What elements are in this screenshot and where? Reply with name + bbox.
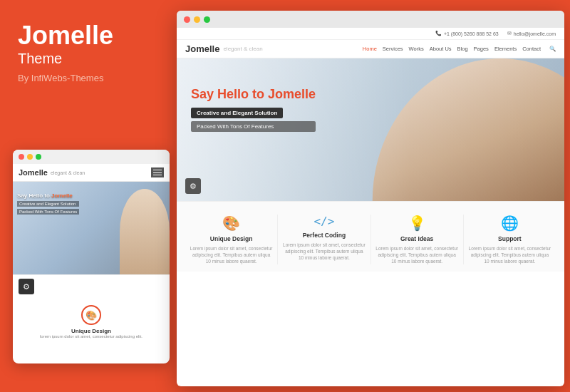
hero-title: Say Hello to Jomelle bbox=[191, 87, 316, 102]
site-hero: Say Hello to Jomelle Creative and Elegan… bbox=[177, 58, 564, 201]
desktop-dot-yellow bbox=[194, 16, 200, 23]
feature-name-0: Unique Design bbox=[190, 235, 273, 242]
mobile-hero-text: Say Hello to Jomelle Creative and Elegan… bbox=[17, 192, 79, 215]
feature-item-2: 💡Great IdeasLorem ipsum dolor sit amet, … bbox=[371, 215, 464, 264]
mobile-dot-yellow bbox=[27, 154, 33, 160]
brand-title: Jomelle bbox=[18, 21, 159, 50]
brand-by: By InfiWebs-Themes bbox=[18, 73, 159, 83]
feature-icon-2: 💡 bbox=[375, 215, 459, 232]
mobile-dot-red bbox=[19, 154, 24, 160]
mobile-hero-title: Say Hello to Jomelle bbox=[17, 192, 79, 199]
feature-item-0: 🎨Unique DesignLorem ipsum dolor sit amet… bbox=[185, 215, 278, 264]
topbar-phone: 📞 +1 (800) 5260 888 52 63 bbox=[435, 31, 499, 36]
brand-subtitle: Theme bbox=[18, 50, 159, 67]
mobile-dot-green bbox=[36, 154, 41, 160]
feature-icon-1: </> bbox=[282, 215, 366, 228]
hero-content: Say Hello to Jomelle Creative and Elegan… bbox=[191, 87, 316, 132]
desktop-dot-green bbox=[204, 16, 210, 23]
mobile-gear-icon[interactable]: ⚙ bbox=[19, 279, 34, 294]
site-logo: Jomelle bbox=[185, 43, 219, 54]
mobile-hero-line1: Creative and Elegant Solution bbox=[17, 201, 79, 207]
nav-link-elements[interactable]: Elements bbox=[494, 46, 517, 52]
hero-title-brand: Jomelle bbox=[268, 87, 316, 101]
mobile-tagline: elegant & clean bbox=[51, 170, 85, 175]
mobile-nav: Jomelle elegant & clean bbox=[13, 164, 170, 182]
hero-badge-creative: Creative and Elegant Solution bbox=[191, 108, 283, 118]
feature-name-1: Perfect Coding bbox=[282, 232, 366, 239]
desktop-dot-red bbox=[184, 16, 190, 23]
desktop-titlebar bbox=[177, 11, 564, 28]
hero-badge-rest: and Elegant Solution bbox=[219, 110, 278, 116]
site-features: 🎨Unique DesignLorem ipsum dolor sit amet… bbox=[177, 201, 564, 272]
site-navbar: Jomelle elegant & clean Home Services Wo… bbox=[177, 40, 564, 58]
topbar-email: ✉ hello@jomelle.com bbox=[507, 31, 556, 36]
mobile-feature-icon: 🎨 bbox=[81, 305, 101, 325]
phone-number: +1 (800) 5260 888 52 63 bbox=[444, 31, 499, 36]
mobile-feature-name: Unique Design bbox=[19, 328, 164, 334]
mobile-mockup: Jomelle elegant & clean Say Hello to Jom… bbox=[13, 150, 170, 363]
hero-gear-icon[interactable]: ⚙ bbox=[185, 178, 201, 194]
nav-link-pages[interactable]: Pages bbox=[474, 46, 489, 52]
mobile-titlebar bbox=[13, 150, 170, 164]
site-tagline: elegant & clean bbox=[223, 46, 262, 52]
mobile-person-bg bbox=[120, 189, 170, 274]
feature-item-3: 🌐SupportLorem ipsum dolor sit amet, cons… bbox=[464, 215, 556, 264]
phone-icon: 📞 bbox=[435, 31, 442, 36]
nav-link-about[interactable]: About Us bbox=[430, 46, 452, 52]
nav-link-works[interactable]: Works bbox=[409, 46, 424, 52]
email-icon: ✉ bbox=[507, 31, 512, 36]
feature-icon-0: 🎨 bbox=[190, 215, 273, 232]
mobile-hamburger[interactable] bbox=[151, 167, 164, 177]
mobile-features: 🎨 Unique Design lorem ipsum dolor sit am… bbox=[13, 298, 170, 344]
mobile-hero-brand: Jomelle bbox=[51, 192, 73, 199]
feature-name-3: Support bbox=[468, 235, 551, 242]
search-icon[interactable]: 🔍 bbox=[549, 46, 556, 52]
feature-name-2: Great Ideas bbox=[375, 235, 459, 242]
feature-desc-3: Lorem ipsum dolor sit amet, consectetur … bbox=[468, 245, 551, 264]
feature-desc-0: Lorem ipsum dolor sit amet, consectetur … bbox=[190, 245, 273, 264]
email-address: hello@jomelle.com bbox=[514, 31, 556, 36]
mobile-logo: Jomelle bbox=[19, 168, 48, 177]
feature-icon-3: 🌐 bbox=[468, 215, 551, 232]
nav-link-home[interactable]: Home bbox=[363, 46, 377, 52]
desktop-mockup: 📞 +1 (800) 5260 888 52 63 ✉ hello@jomell… bbox=[177, 11, 564, 386]
site-nav-links: Home Services Works About Us Blog Pages … bbox=[363, 46, 556, 52]
feature-desc-2: Lorem ipsum dolor sit amet, consectetur … bbox=[375, 245, 459, 264]
mobile-hero-line2: Packed With Tons Of Features bbox=[17, 209, 79, 215]
hero-title-prefix: Say Hello to bbox=[191, 87, 268, 101]
hero-badge-packed: Packed With Tons Of Features bbox=[191, 121, 316, 132]
site-topbar: 📞 +1 (800) 5260 888 52 63 ✉ hello@jomell… bbox=[177, 28, 564, 40]
hero-badge-bold: Creative bbox=[197, 110, 219, 116]
mobile-feature-desc: lorem ipsum dolor sit amet, consectetur … bbox=[19, 334, 164, 340]
mobile-hero: Say Hello to Jomelle Creative and Elegan… bbox=[13, 182, 170, 274]
left-panel: Jomelle Theme By InfiWebs-Themes Jomelle… bbox=[0, 0, 177, 392]
feature-desc-1: Lorem ipsum dolor sit amet, consectetur … bbox=[282, 242, 366, 261]
nav-link-blog[interactable]: Blog bbox=[457, 46, 468, 52]
nav-link-contact[interactable]: Contact bbox=[522, 46, 541, 52]
mobile-bottom: ⚙ bbox=[13, 274, 170, 298]
feature-item-1: </>Perfect CodingLorem ipsum dolor sit a… bbox=[278, 215, 370, 264]
nav-link-services[interactable]: Services bbox=[383, 46, 403, 52]
